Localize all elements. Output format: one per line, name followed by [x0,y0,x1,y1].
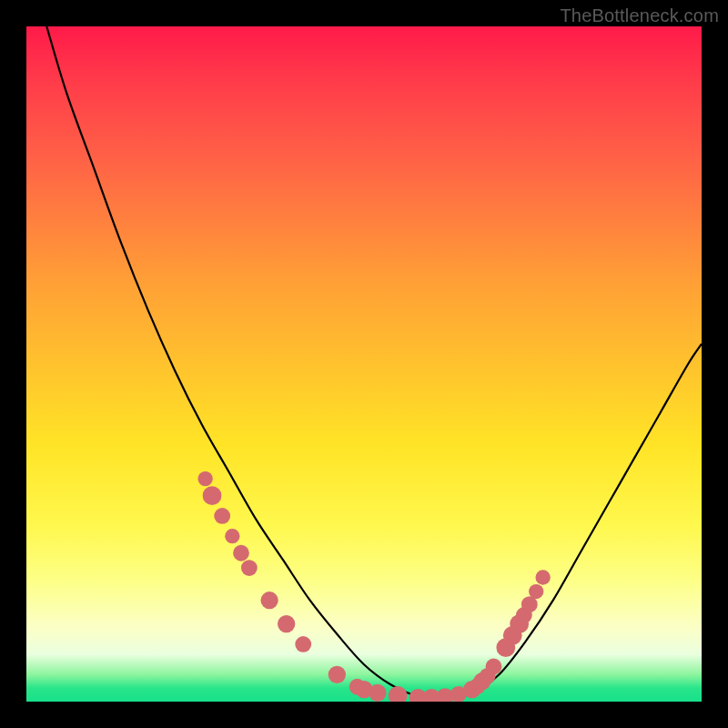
data-marker [463,681,480,698]
data-marker [369,684,386,702]
data-marker [486,659,502,675]
data-marker [197,471,212,486]
data-marker [233,545,249,561]
data-marker [503,626,522,645]
data-marker [355,681,372,698]
data-marker [241,560,258,576]
data-marker [295,636,311,652]
bottleneck-curve [46,26,702,698]
data-marker [496,638,515,657]
marker-group [197,471,550,702]
data-marker [436,688,453,702]
data-marker [329,666,346,683]
data-marker [225,529,239,543]
data-marker [473,672,490,690]
data-marker [529,584,543,599]
chart-frame: TheBottleneck.com [0,0,728,728]
data-marker [535,570,550,584]
chart-svg [26,26,702,702]
watermark-text: TheBottleneck.com [560,5,719,26]
data-marker [470,678,486,694]
data-marker [389,686,408,702]
data-marker [510,614,529,633]
data-marker [521,596,538,612]
data-marker [214,508,230,524]
data-marker [516,607,532,623]
data-marker [349,679,366,695]
data-marker [260,592,278,609]
data-marker [278,615,295,632]
data-marker [450,686,467,702]
plot-area [26,26,702,702]
data-marker [203,486,222,505]
data-marker [423,689,440,702]
data-marker [410,689,427,702]
data-marker [480,668,496,684]
